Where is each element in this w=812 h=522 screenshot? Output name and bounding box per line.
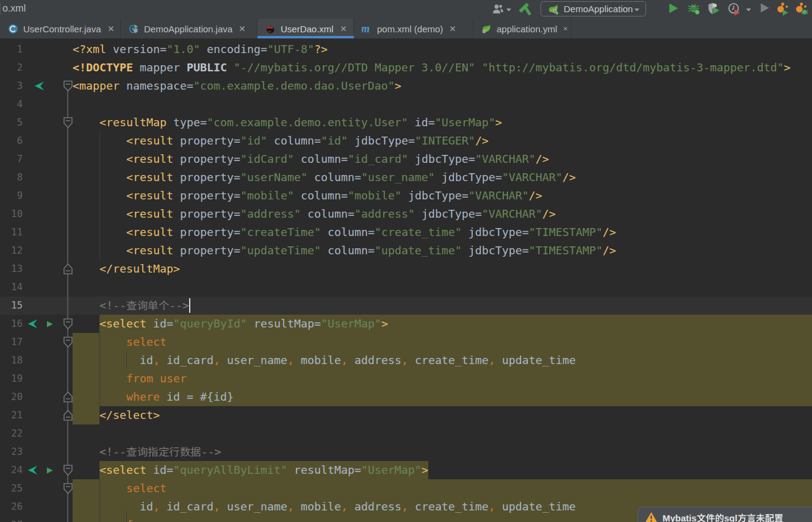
debug-icon[interactable] (687, 2, 700, 15)
tab-close-icon[interactable] (448, 24, 457, 33)
code-line-9: <result property="mobile" column="mobile… (73, 187, 542, 205)
line-number: 1 (0, 40, 23, 59)
fold-collapse-icon[interactable] (63, 464, 73, 476)
navigate-to-mapper-icon[interactable] (27, 318, 38, 329)
users-dropdown-icon[interactable] (505, 6, 512, 13)
line-number: 24 (0, 461, 23, 479)
line-number: 9 (0, 187, 23, 205)
line-number: 12 (0, 241, 23, 260)
code-line-10: <result property="address" column="addre… (73, 205, 556, 223)
tab-close-icon[interactable] (339, 24, 348, 33)
fold-region-line (67, 82, 68, 522)
java-class-run-icon (129, 24, 139, 34)
code-line-5: <resultMap type="com.example.demo.entity… (73, 113, 502, 132)
run-configuration-label: DemoApplication (564, 4, 633, 14)
run-icon[interactable] (667, 2, 680, 15)
code-line-2: <!DOCTYPE mapper PUBLIC "-//mybatis.org/… (73, 59, 791, 77)
run-configuration-select[interactable]: DemoApplication (541, 1, 646, 16)
fold-collapse-icon[interactable] (63, 482, 73, 495)
code-line-25: select (73, 479, 167, 498)
line-number: 14 (0, 278, 23, 296)
code-line-26: id, id_card, user_name, mobile, address,… (73, 498, 576, 516)
spring-boot-icon (547, 3, 559, 15)
fold-end-icon[interactable] (63, 409, 73, 421)
fold-end-icon[interactable] (63, 263, 73, 275)
profiler-dropdown-icon[interactable] (745, 6, 752, 13)
fold-end-icon[interactable] (63, 391, 73, 403)
code-line-17: select (73, 333, 167, 351)
line-number: 22 (0, 424, 23, 443)
fold-collapse-icon[interactable] (63, 336, 73, 348)
line-number: 26 (0, 498, 23, 516)
line-number: 2 (0, 59, 23, 77)
tab-close-icon[interactable] (107, 24, 115, 33)
notification-text: Mybatissql (663, 513, 783, 522)
code-line-21: </select> (73, 406, 160, 424)
profiler-debug-icon[interactable] (794, 2, 808, 16)
run-config-dropdown-icon (633, 6, 641, 13)
window-title: o.xml (2, 3, 26, 14)
tab-close-icon[interactable] (238, 24, 246, 33)
fold-collapse-icon[interactable] (63, 318, 73, 330)
line-number: 5 (0, 113, 23, 132)
code-line-15: <!----> (73, 296, 189, 315)
line-number: 21 (0, 406, 23, 424)
line-number: 7 (0, 150, 23, 168)
navigate-to-mapper-icon[interactable] (27, 465, 38, 476)
code-line-3: <mapper namespace="com.example.demo.dao.… (73, 77, 401, 95)
ide-window: o.xml DemoApplication UserController.jav… (0, 0, 812, 522)
line-number: 17 (0, 333, 23, 351)
tab-usercontroller-java[interactable]: UserController.java (0, 19, 121, 38)
code-line-27: from user (73, 516, 187, 522)
tab-label: UserDao.xml (281, 24, 334, 34)
profiler-run-icon[interactable] (775, 2, 789, 16)
line-number: 27 (0, 516, 23, 522)
line-number: 23 (0, 443, 23, 461)
editor-area[interactable]: 1<?xml version="1.0" encoding="UTF-8"?>2… (0, 38, 812, 522)
mybatis-bird-icon (265, 24, 276, 34)
editor-tab-bar: UserController.javaDemoApplication.javaU… (0, 19, 812, 38)
line-number: 6 (0, 132, 23, 150)
warning-icon (645, 512, 658, 522)
code-line-16: <select id="queryById" resultMap="UserMa… (73, 315, 388, 333)
tab-label: DemoApplication.java (144, 24, 232, 34)
fold-collapse-icon[interactable] (63, 116, 73, 129)
navigate-to-mapper-icon[interactable] (34, 80, 45, 91)
text-caret (189, 298, 190, 313)
build-hammer-icon[interactable] (519, 2, 533, 16)
code-line-8: <result property="userName" column="user… (73, 168, 576, 187)
run-statement-icon[interactable] (46, 467, 54, 474)
line-number: 18 (0, 351, 23, 370)
spring-icon (481, 24, 492, 34)
sql-injection-highlight (73, 479, 812, 498)
run-statement-icon[interactable] (46, 320, 54, 328)
sql-injection-highlight (73, 333, 812, 351)
tab-label: pom.xml (demo) (377, 24, 443, 34)
line-number: 4 (0, 95, 23, 113)
run-disabled-icon (758, 2, 771, 14)
coverage-icon[interactable] (706, 2, 720, 16)
notification-balloon[interactable]: Mybatissql (638, 507, 812, 522)
tab-close-icon[interactable] (562, 24, 569, 33)
line-number: 3 (0, 77, 23, 95)
window-titlebar: o.xml DemoApplication (0, 0, 812, 19)
code-line-11: <result property="createTime" column="cr… (73, 223, 616, 241)
tab-demoapplication-java[interactable]: DemoApplication.java (121, 19, 257, 38)
users-icon[interactable] (490, 2, 505, 16)
fold-collapse-icon[interactable] (63, 80, 73, 92)
line-number: 16 (0, 315, 23, 333)
line-number: 15 (0, 296, 23, 315)
tab-userdao-xml[interactable]: UserDao.xml (257, 19, 354, 38)
toolbar-separator (0, 3, 1, 15)
tab-application-yml[interactable]: application.yml (473, 19, 571, 38)
code-line-20: where id = #{id} (73, 388, 234, 406)
java-class-icon (8, 24, 18, 34)
profiler-icon[interactable] (727, 2, 741, 16)
line-number: 8 (0, 168, 23, 187)
code-line-19: from user (73, 370, 187, 388)
line-number: 11 (0, 223, 23, 241)
line-number: 25 (0, 479, 23, 498)
line-number: 13 (0, 260, 23, 278)
tab-pom-xml-demo-[interactable]: pom.xml (demo) (354, 19, 473, 38)
line-number: 19 (0, 370, 23, 388)
